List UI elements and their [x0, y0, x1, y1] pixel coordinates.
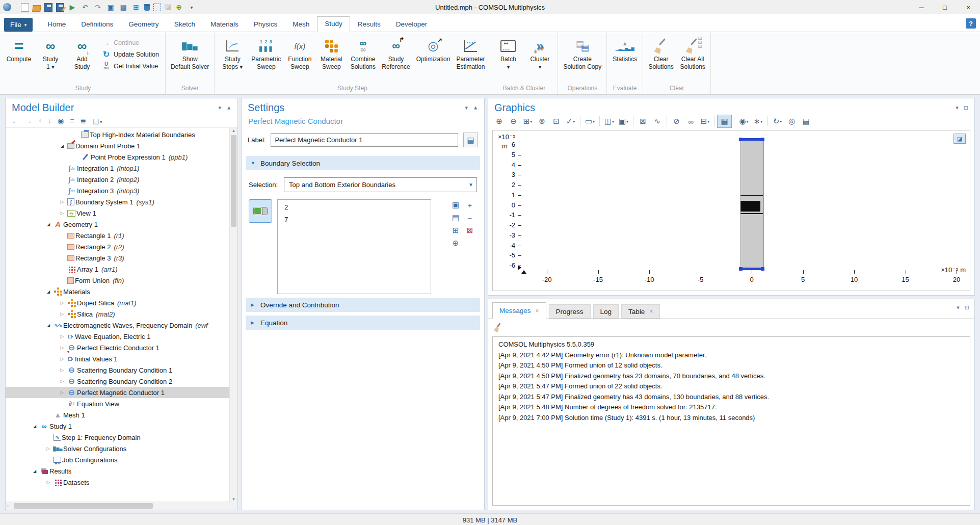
snapshot-icon[interactable]: ◎	[785, 115, 799, 127]
batch-button[interactable]: Batch▾	[492, 35, 524, 72]
go-to-default-view-icon[interactable]: ✓▾	[564, 115, 577, 127]
scrollbar-thumb[interactable]	[14, 503, 153, 509]
tree-item-datasets[interactable]: ▷Datasets	[6, 477, 230, 488]
close-icon[interactable]: ×	[649, 308, 653, 315]
tree-item-form-union[interactable]: Form Union(fin)	[6, 275, 230, 286]
close-icon[interactable]: ×	[536, 307, 539, 314]
expand-arrow-icon[interactable]: ▷	[44, 480, 52, 485]
expand-all-icon[interactable]: ≣	[80, 117, 86, 125]
panel-menu-icon[interactable]: ▾	[957, 304, 960, 311]
selected-boundary-top[interactable]	[739, 138, 764, 141]
selection-list-item[interactable]: 2	[278, 201, 431, 214]
move-up-icon[interactable]: ↑	[38, 117, 42, 125]
float-icon[interactable]: ⊡	[964, 104, 968, 111]
collapse-arrow-icon[interactable]: ◢	[44, 323, 52, 328]
expand-arrow-icon[interactable]: ▷	[58, 390, 66, 395]
show-icon[interactable]: ◉	[58, 117, 64, 125]
study-reference-button[interactable]: StudyReference	[379, 35, 413, 72]
panel-menu-icon[interactable]: ▾	[465, 104, 468, 111]
collapse-arrow-icon[interactable]: ◢	[44, 222, 52, 227]
delete-icon[interactable]	[144, 4, 150, 11]
select-box-icon[interactable]: ⊠	[636, 115, 650, 127]
preview-icon[interactable]: ⊕	[174, 3, 183, 12]
collapse-arrow-icon[interactable]: ◢	[58, 144, 66, 148]
tree-item-doped-silica[interactable]: ▷Doped Silica(mat1)	[6, 297, 230, 308]
tree-item-integration-1[interactable]: Integration 1(intop1)	[6, 163, 230, 174]
minimize-button[interactable]: ─	[910, 0, 933, 14]
expand-arrow-icon[interactable]: ▷	[58, 356, 66, 361]
collapse-arrow-icon[interactable]: ◢	[31, 469, 39, 474]
view-menu-icon[interactable]: ▭▾	[583, 115, 597, 127]
open-icon[interactable]	[32, 5, 41, 12]
clear-log-icon[interactable]	[493, 323, 501, 332]
grid-icon[interactable]: ▦	[718, 115, 731, 127]
panel-menu-icon[interactable]: ▾	[219, 104, 222, 111]
selection-list[interactable]: 27	[277, 199, 431, 294]
expand-arrow-icon[interactable]: ▷	[58, 311, 66, 317]
add-to-selection-icon[interactable]: +	[464, 199, 476, 211]
show-hidden-icon[interactable]: ∞	[684, 115, 698, 127]
tab-mesh[interactable]: Mesh	[285, 17, 317, 32]
zoom-extents-icon[interactable]: ⊗	[535, 115, 549, 127]
tree-item-perfect-electric-conductor-1[interactable]: ▷Perfect Electric Conductor 1	[6, 342, 230, 353]
show-default-solver-button[interactable]: ShowDefault Solver	[168, 35, 212, 72]
tree-item-perfect-magnetic-conductor-1[interactable]: ▷Perfect Magnetic Conductor 1	[6, 387, 230, 398]
tree-item-silica[interactable]: ▷Silica(mat2)	[6, 308, 230, 320]
zoom-out-icon[interactable]: ⊖	[507, 115, 520, 127]
scroll-left-icon[interactable]: ‹	[7, 504, 9, 508]
tree-item-boundary-system-1[interactable]: ▷Boundary System 1(sys1)	[6, 196, 230, 207]
settings-doc-button[interactable]: ▤	[463, 133, 478, 147]
zoom-in-icon[interactable]: ⊕	[492, 115, 506, 127]
close-button[interactable]: ×	[957, 0, 980, 14]
create-selection-icon[interactable]: ⊞	[449, 225, 462, 236]
scene-settings-icon[interactable]: ▣▾	[617, 115, 630, 127]
function-sweep-button[interactable]: FunctionSweep	[284, 35, 315, 72]
tab-study[interactable]: Study	[317, 16, 350, 32]
tree-item-domain-point-probe-1[interactable]: ◢Domain Point Probe 1	[6, 140, 230, 151]
tree-item-point-probe-expression-1[interactable]: Point Probe Expression 1(ppb1)	[6, 151, 230, 163]
tree-item-electromagnetic-waves-frequency-domain[interactable]: ◢Electromagnetic Waves, Frequency Domain…	[6, 320, 230, 331]
panel-menu-icon[interactable]: ▾	[956, 104, 959, 111]
expand-arrow-icon[interactable]: ▷	[58, 300, 66, 305]
new-file-icon[interactable]	[21, 3, 29, 12]
material-rendering-icon[interactable]: ◉▾	[737, 115, 751, 127]
tree-item-view-1[interactable]: ▷View 1	[6, 207, 230, 219]
scrollbar-thumb[interactable]	[231, 135, 236, 227]
active-toggle-button[interactable]	[249, 199, 272, 223]
tree-item-mesh-1[interactable]: Mesh 1	[6, 409, 230, 421]
tree-item-wave-equation-electric-1[interactable]: ▷Wave Equation, Electric 1	[6, 331, 230, 342]
study-steps-button[interactable]: StudySteps ▾	[217, 35, 248, 72]
model-tree-node-text-icon[interactable]: ▤▾	[92, 117, 102, 125]
selection-combobox[interactable]: Top and Bottom Exterior Boundaries ▼	[284, 177, 477, 192]
select-lasso-icon[interactable]: ∿	[650, 115, 664, 127]
tree-item-initial-values-1[interactable]: ▷Initial Values 1	[6, 353, 230, 364]
save-icon[interactable]	[44, 3, 52, 12]
tree-item-rectangle-3[interactable]: Rectangle 3(r3)	[6, 252, 230, 264]
maximize-button[interactable]: □	[933, 0, 957, 14]
expand-arrow-icon[interactable]: ▷	[58, 345, 66, 350]
section-equation[interactable]: ▶Equation	[246, 316, 480, 330]
section-override-and-contribution[interactable]: ▶Override and Contribution	[246, 298, 480, 312]
tree-item-geometry-1[interactable]: ◢Geometry 1	[6, 219, 230, 230]
parameter-estimation-button[interactable]: ParameterEstimation	[453, 35, 488, 72]
tree-item-materials[interactable]: ◢Materials	[6, 286, 230, 297]
tree-item-scattering-boundary-condition-1[interactable]: ▷Scattering Boundary Condition 1	[6, 364, 230, 376]
save-as-icon[interactable]	[56, 3, 64, 12]
section-boundary-selection[interactable]: ▼Boundary Selection	[246, 156, 480, 170]
chevron-down-icon[interactable]: ▼	[465, 182, 476, 188]
tree-item-study-1[interactable]: ◢Study 1	[6, 421, 230, 432]
print-icon[interactable]: ▤	[799, 115, 813, 127]
tree-item-step-1-frequency-domain[interactable]: Step 1: Frequency Domain	[6, 432, 230, 443]
scroll-down-icon[interactable]: ▼	[230, 497, 237, 502]
tab-definitions[interactable]: Definitions	[73, 17, 121, 32]
get-initial-value-button[interactable]: Get Initial Value	[102, 62, 159, 70]
selection-list-item[interactable]: 7	[278, 214, 431, 226]
graphics-canvas[interactable]: ×10⁻⁵m6543210-1-2-3-4-5-6-20-15-10-50510…	[492, 130, 970, 291]
clear-selection-icon[interactable]: ⊠	[464, 225, 476, 236]
back-icon[interactable]: ←	[12, 117, 19, 125]
cluster-button[interactable]: Cluster▾	[524, 35, 555, 72]
expand-arrow-icon[interactable]: ▷	[58, 211, 66, 216]
expand-arrow-icon[interactable]: ▷	[44, 446, 52, 451]
tab-messages[interactable]: Messages×	[492, 302, 546, 319]
scroll-up-icon[interactable]: ▲	[230, 128, 237, 133]
